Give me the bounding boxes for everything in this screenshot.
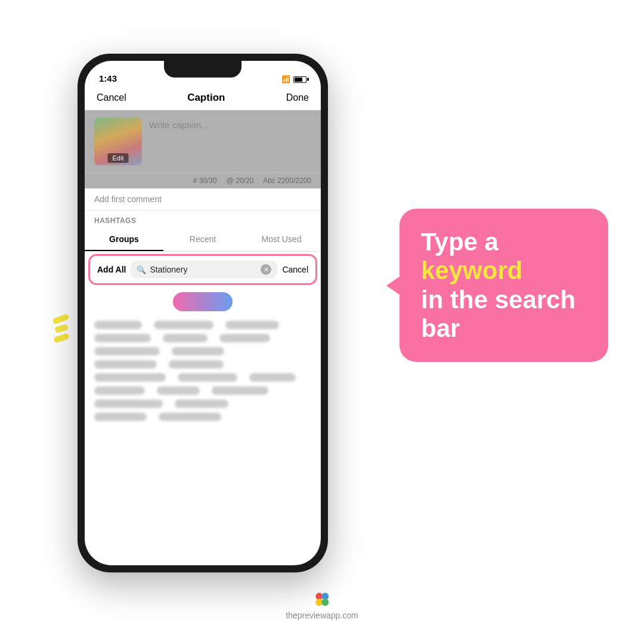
hashtag-item[interactable] [225,321,279,329]
page-title: Caption [187,92,225,104]
phone-screen: 1:43 📶 Cancel Caption Done Edit [85,61,321,565]
search-input-wrapper[interactable]: 🔍 Stationery ✕ [131,261,277,278]
hashtag-item[interactable] [159,413,221,421]
annotation-line3: in the search [421,286,575,314]
sparkle-decoration [52,316,69,345]
mention-count: @ 20/20 [227,177,254,185]
comment-section[interactable]: Add first comment [85,188,321,210]
annotation-text: Type a keyword in the search bar [421,228,587,343]
tab-most-used[interactable]: Most Used [242,228,321,251]
comment-placeholder: Add first comment [94,194,162,204]
hashtag-row-6 [94,386,311,395]
hashtag-row-7 [94,400,311,408]
hashtag-item[interactable] [178,373,237,382]
hashtags-label: HASHTAGS [85,210,321,228]
hashtag-row-1 [94,321,311,329]
annotation-line4: bar [421,314,460,342]
phone-notch [164,61,242,78]
hashtag-item[interactable] [169,360,224,369]
hashtag-row-8 [94,413,311,421]
hashtag-item[interactable] [175,400,228,408]
search-cancel-button[interactable]: Cancel [282,265,308,274]
nav-bar: Cancel Caption Done [85,87,321,110]
caption-area: Edit Write caption... [85,110,321,172]
hashtag-list [85,316,321,431]
hashtag-item[interactable] [172,347,224,355]
status-time: 1:43 [99,73,117,83]
stats-bar: # 30/30 @ 20/20 Abc 2200/2200 [85,172,321,188]
website-label: thepreviewapp.com [286,611,358,620]
logo-icon [313,590,331,608]
hashtag-item[interactable] [163,334,208,342]
sparkle-dash-2 [54,324,69,333]
hashtag-item[interactable] [94,413,147,421]
hashtag-item[interactable] [154,321,213,329]
hashtag-item[interactable] [94,347,160,355]
hashtag-row-4 [94,360,311,369]
hashtag-item[interactable] [249,373,296,382]
edit-label[interactable]: Edit [108,153,129,163]
phone-mockup: 1:43 📶 Cancel Caption Done Edit [78,54,328,572]
hashtag-item[interactable] [94,360,157,369]
sparkle-dash-1 [52,314,70,325]
tab-bar: Groups Recent Most Used [85,228,321,252]
hashtag-item[interactable] [94,400,163,408]
search-clear-button[interactable]: ✕ [261,264,271,275]
search-input[interactable]: Stationery [150,265,257,274]
add-all-button[interactable]: Add All [97,265,126,274]
battery-icon [293,76,306,83]
hashtag-item[interactable] [219,334,270,342]
caption-input[interactable]: Write caption... [149,117,311,165]
hashtag-item[interactable] [157,386,200,395]
cancel-button[interactable]: Cancel [97,92,126,103]
battery-fill [295,78,302,82]
bottom-logo: thepreviewapp.com [286,590,358,620]
search-row: Add All 🔍 Stationery ✕ Cancel [88,254,317,285]
hashtag-count: # 30/30 [193,177,217,185]
search-icon: 🔍 [137,265,146,274]
caption-thumbnail[interactable]: Edit [94,117,142,165]
tab-groups[interactable]: Groups [85,228,163,251]
hashtag-item[interactable] [94,321,142,329]
annotation-line1: Type a [421,228,499,256]
wifi-icon: 📶 [281,75,290,83]
gradient-button[interactable] [173,292,233,311]
annotation-keyword: keyword [421,256,522,284]
hashtag-item[interactable] [94,386,145,395]
hashtag-row-3 [94,347,311,355]
blue-btn-row [85,287,321,316]
svg-point-3 [321,599,329,606]
sparkle-dash-3 [53,333,70,343]
page-container: 1:43 📶 Cancel Caption Done Edit [0,0,644,644]
hashtag-item[interactable] [212,386,268,395]
hashtag-item[interactable] [94,373,166,382]
done-button[interactable]: Done [286,92,309,103]
hashtag-item[interactable] [94,334,151,342]
hashtag-row-2 [94,334,311,342]
hashtag-row-5 [94,373,311,382]
char-count: Abc 2200/2200 [263,177,311,185]
tab-recent[interactable]: Recent [163,228,242,251]
annotation-bubble: Type a keyword in the search bar [400,209,608,362]
status-icons: 📶 [281,75,306,83]
